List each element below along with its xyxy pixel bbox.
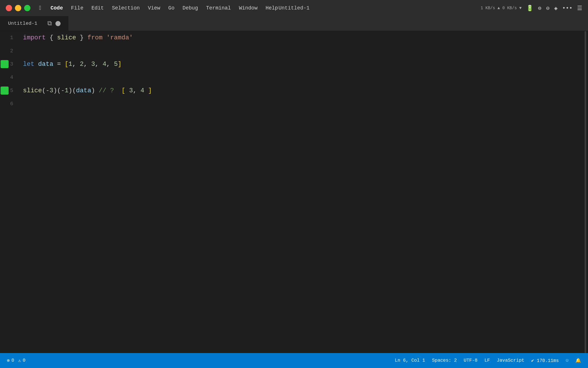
code-line[interactable]	[23, 97, 583, 110]
status-right: Ln 6, Col 1 Spaces: 2 UTF-8 LF JavaScrip…	[395, 358, 581, 363]
timing-text: ✔ 170.11ms	[531, 358, 559, 363]
line-number: 6	[9, 101, 17, 107]
line-gutter: 123456	[0, 31, 17, 353]
token-str: 'ramda'	[106, 34, 133, 41]
tab-actions: ⧉	[47, 20, 61, 27]
status-left: ⊗ 0 ⚠ 0	[7, 358, 26, 363]
token-plain: )	[91, 87, 99, 94]
code-line[interactable]	[23, 44, 583, 57]
position-text: Ln 6, Col 1	[395, 358, 425, 363]
editor-area: 123456 import { slice } from 'ramda'let …	[0, 31, 588, 353]
eol-text: LF	[484, 358, 490, 363]
warning-num: 0	[23, 358, 26, 363]
feedback-icon[interactable]: ☺	[566, 358, 568, 363]
menu-code[interactable]: Code	[47, 4, 66, 12]
token-plain: (	[42, 87, 46, 94]
battery-icon: 🔋	[526, 5, 533, 12]
token-kw-let: let	[23, 61, 34, 68]
code-line[interactable]: let data = [1, 2, 3, 4, 5]	[23, 57, 583, 71]
indentation[interactable]: Spaces: 2	[432, 358, 457, 363]
token-plain: ,	[133, 87, 140, 94]
extensions-icon: ◈	[554, 5, 558, 12]
code-line[interactable]: slice(-3)(-1)(data) // ? [ 3, 4 ]	[23, 84, 583, 97]
smiley-icon: ☺	[566, 358, 568, 363]
line-number: 2	[9, 48, 17, 54]
code-line[interactable]	[23, 71, 583, 84]
token-plain: ,	[72, 61, 80, 68]
title-bar-left:  Code File Edit Selection View Go Debug…	[6, 4, 281, 13]
token-fn: slice	[23, 87, 42, 94]
spaces-text: Spaces: 2	[432, 358, 457, 363]
menu-file[interactable]: File	[67, 4, 87, 12]
token-bracket: [	[65, 61, 68, 68]
list-icon[interactable]: ☰	[577, 5, 582, 12]
menu-window[interactable]: Window	[235, 4, 261, 12]
token-plain	[114, 87, 121, 94]
token-varname: data	[76, 87, 91, 94]
cursor-position[interactable]: Ln 6, Col 1	[395, 358, 425, 363]
scrollbar-track	[585, 31, 586, 353]
language-mode[interactable]: JavaScript	[497, 358, 524, 363]
menu-edit[interactable]: Edit	[88, 4, 107, 12]
line-number: 1	[9, 35, 17, 41]
token-kw-import: import	[23, 34, 46, 41]
minus-icon: ⊖	[546, 5, 550, 12]
wifi-icon: ⊜	[538, 5, 541, 12]
menu-terminal[interactable]: Terminal	[203, 4, 234, 12]
breakpoint-indicator[interactable]	[1, 60, 9, 68]
token-num: 4	[140, 87, 144, 94]
token-kw-from: from	[87, 34, 102, 41]
menu-selection[interactable]: Selection	[109, 4, 143, 12]
unsaved-indicator	[55, 21, 61, 26]
line-row: 6	[0, 97, 17, 110]
token-bracket: [	[121, 87, 125, 94]
maximize-button[interactable]	[24, 5, 30, 11]
split-editor-icon[interactable]: ⧉	[47, 20, 52, 27]
error-count[interactable]: ⊗ 0 ⚠ 0	[7, 358, 26, 363]
line-number: 3	[9, 61, 17, 67]
error-num: 0	[11, 358, 14, 363]
window-title: Untitled-1	[278, 5, 310, 11]
breakpoint-indicator[interactable]	[1, 87, 9, 95]
encoding-text: UTF-8	[464, 358, 477, 363]
token-num: 3	[129, 87, 133, 94]
eol[interactable]: LF	[484, 358, 490, 363]
token-plain: }	[76, 34, 88, 41]
token-num: 1	[68, 61, 72, 68]
minimize-button[interactable]	[15, 5, 21, 11]
token-num: 3	[91, 61, 95, 68]
token-plain	[125, 87, 129, 94]
code-content[interactable]: import { slice } from 'ramda'let data = …	[17, 31, 583, 353]
tab-untitled1[interactable]: Untitled-1 ⧉	[0, 16, 69, 31]
notifications-icon[interactable]: 🔔	[575, 358, 581, 363]
menu-bar:  Code File Edit Selection View Go Debug…	[36, 4, 281, 13]
timing[interactable]: ✔ 170.11ms	[531, 358, 559, 363]
token-plain	[102, 34, 106, 41]
more-icon[interactable]: •••	[562, 5, 572, 12]
token-plain	[34, 61, 38, 68]
token-plain: ,	[84, 61, 91, 68]
close-button[interactable]	[6, 5, 12, 11]
token-plain: =	[53, 61, 65, 68]
line-row: 5	[0, 84, 17, 97]
token-plain: )(	[53, 87, 61, 94]
encoding[interactable]: UTF-8	[464, 358, 477, 363]
line-row: 4	[0, 71, 17, 84]
apple-menu[interactable]: 	[36, 4, 46, 13]
error-icon: ⊗	[7, 358, 10, 363]
warning-icon: ⚠	[18, 358, 21, 363]
tab-title: Untitled-1	[8, 21, 37, 26]
title-bar:  Code File Edit Selection View Go Debug…	[0, 0, 588, 16]
line-row: 3	[0, 57, 17, 71]
menu-debug[interactable]: Debug	[179, 4, 202, 12]
language-text: JavaScript	[497, 358, 524, 363]
token-num: 2	[80, 61, 84, 68]
token-plain: )(	[68, 87, 76, 94]
scrollbar[interactable]	[583, 31, 588, 353]
menu-go[interactable]: Go	[165, 4, 178, 12]
token-bracket: ]	[148, 87, 152, 94]
token-num: 4	[102, 61, 106, 68]
code-line[interactable]: import { slice } from 'ramda'	[23, 31, 583, 44]
menu-view[interactable]: View	[144, 4, 164, 12]
line-row: 1	[0, 31, 17, 44]
